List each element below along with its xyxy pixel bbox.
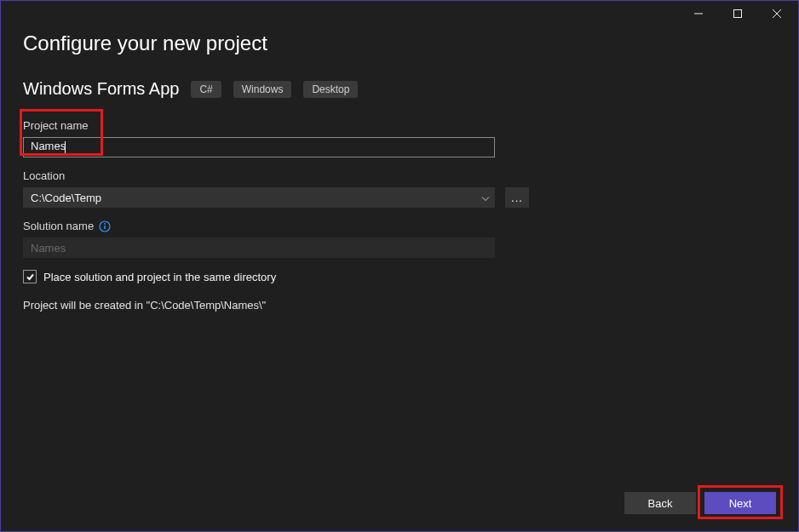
close-icon [773,9,781,18]
project-name-group: Project name Names [23,119,776,157]
page-title: Configure your new project [23,31,776,55]
titlebar [1,1,798,26]
solution-name-label: Solution name [23,220,94,232]
location-label: Location [23,169,776,182]
maximize-icon [733,9,742,18]
same-dir-row[interactable]: Place solution and project in the same d… [23,270,776,283]
same-dir-label: Place solution and project in the same d… [43,271,276,283]
info-icon[interactable] [99,220,111,232]
project-name-input[interactable]: Names [23,137,495,157]
project-name-label: Project name [23,119,776,132]
next-button[interactable]: Next [704,492,776,514]
solution-name-input [23,237,495,258]
solution-name-label-row: Solution name [23,220,776,232]
same-dir-checkbox[interactable] [23,270,37,283]
tag-csharp: C# [191,81,221,98]
back-button[interactable]: Back [624,492,696,514]
svg-rect-1 [734,10,742,18]
solution-name-group: Solution name [23,220,776,258]
location-dropdown[interactable]: C:\Code\Temp [23,187,495,208]
close-button[interactable] [757,1,796,26]
minimize-button[interactable] [679,1,718,26]
template-row: Windows Forms App C# Windows Desktop [23,79,776,99]
tag-windows: Windows [233,81,292,98]
footer: Back Next [624,492,776,514]
checkmark-icon [26,272,35,282]
template-name: Windows Forms App [23,79,179,99]
location-group: Location C:\Code\Temp ... [23,169,776,208]
browse-button[interactable]: ... [505,187,529,208]
creation-path-text: Project will be created in "C:\Code\Temp… [23,299,776,312]
project-name-value: Names [31,140,66,152]
tag-desktop: Desktop [303,81,358,98]
content-area: Configure your new project Windows Forms… [1,26,798,312]
text-caret [65,141,66,153]
svg-point-6 [104,223,106,225]
location-select[interactable]: C:\Code\Temp [23,187,495,208]
maximize-button[interactable] [718,1,757,26]
minimize-icon [694,9,703,18]
